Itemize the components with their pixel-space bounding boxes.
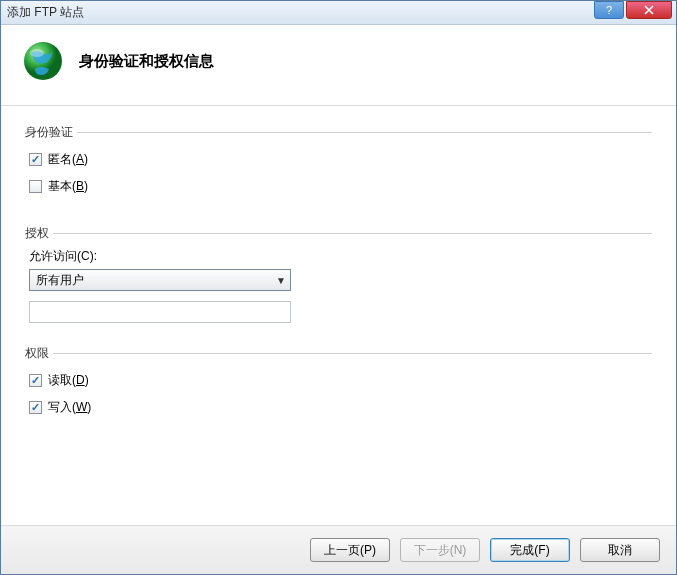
select-value: 所有用户 (36, 272, 84, 289)
read-row[interactable]: 读取(D) (29, 372, 652, 389)
write-row[interactable]: 写入(W) (29, 399, 652, 416)
anonymous-checkbox[interactable] (29, 153, 42, 166)
content-area: 身份验证 匿名(A) 基本(B) 授权 允许访问(C): 所有用户 ▼ 权限 (1, 106, 676, 525)
authorization-textbox[interactable] (29, 301, 291, 323)
authorization-group: 授权 允许访问(C): 所有用户 ▼ (25, 225, 652, 323)
read-checkbox[interactable] (29, 374, 42, 387)
basic-checkbox[interactable] (29, 180, 42, 193)
allow-access-label: 允许访问(C): (29, 248, 652, 265)
close-icon (644, 5, 654, 15)
titlebar-buttons: ? (594, 1, 676, 24)
close-button[interactable] (626, 1, 672, 19)
dialog-window: 添加 FTP 站点 ? 身份验证和授权信息 身份验证 匿名(A) (0, 0, 677, 575)
allow-access-select[interactable]: 所有用户 ▼ (29, 269, 291, 291)
prev-button[interactable]: 上一页(P) (310, 538, 390, 562)
page-title: 身份验证和授权信息 (79, 52, 214, 71)
cancel-button[interactable]: 取消 (580, 538, 660, 562)
wizard-header: 身份验证和授权信息 (1, 25, 676, 106)
read-label: 读取(D) (48, 372, 89, 389)
write-label: 写入(W) (48, 399, 91, 416)
authentication-legend: 身份验证 (25, 124, 77, 141)
globe-icon (21, 39, 65, 83)
anonymous-row[interactable]: 匿名(A) (29, 151, 652, 168)
permissions-legend: 权限 (25, 345, 53, 362)
finish-button[interactable]: 完成(F) (490, 538, 570, 562)
basic-label: 基本(B) (48, 178, 88, 195)
permissions-group: 权限 读取(D) 写入(W) (25, 345, 652, 424)
next-button: 下一步(N) (400, 538, 480, 562)
basic-row[interactable]: 基本(B) (29, 178, 652, 195)
window-title: 添加 FTP 站点 (1, 4, 84, 21)
chevron-down-icon: ▼ (276, 275, 286, 286)
titlebar: 添加 FTP 站点 ? (1, 1, 676, 25)
authentication-group: 身份验证 匿名(A) 基本(B) (25, 124, 652, 203)
write-checkbox[interactable] (29, 401, 42, 414)
wizard-footer: 上一页(P) 下一步(N) 完成(F) 取消 (1, 525, 676, 574)
authorization-legend: 授权 (25, 225, 53, 242)
svg-point-1 (30, 49, 44, 57)
anonymous-label: 匿名(A) (48, 151, 88, 168)
help-button[interactable]: ? (594, 1, 624, 19)
